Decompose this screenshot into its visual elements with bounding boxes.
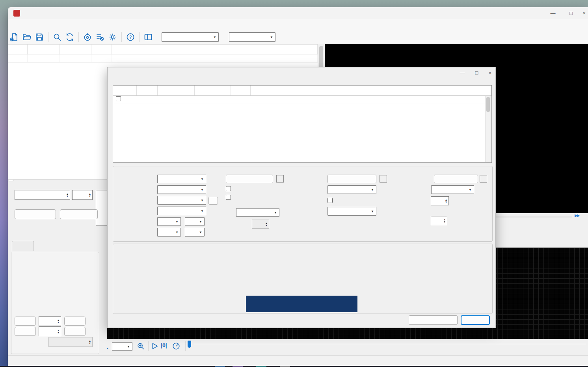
help-icon[interactable]: ? — [125, 32, 136, 43]
chevron-down-icon: ▼ — [175, 220, 179, 224]
waveform-zoom-select[interactable]: ▼ — [112, 342, 132, 351]
dialog-maximize-button[interactable]: □ — [475, 70, 478, 76]
layout-icon[interactable] — [142, 32, 154, 43]
format-select[interactable]: ▼ — [162, 32, 219, 42]
bluray-sup-dialog: — □ × ▼ ▼ — [107, 67, 496, 328]
opacity-input[interactable]: ▲▼ — [431, 196, 449, 205]
adjust-action-button[interactable] — [8, 180, 13, 181]
seek-back-large-button[interactable] — [15, 327, 36, 336]
status-bar — [8, 355, 588, 366]
zoom-in-icon[interactable] — [136, 342, 145, 352]
bold-checkbox[interactable] — [226, 186, 231, 191]
font-color-swatch[interactable] — [276, 175, 284, 183]
simple-render-checkbox[interactable] — [226, 195, 231, 200]
spinner-arrows-icon[interactable]: ▲▼ — [442, 218, 447, 223]
seek-back-small-button[interactable] — [15, 317, 36, 326]
seek-forward-small-button[interactable] — [64, 317, 86, 326]
playback-speed-icon[interactable] — [172, 342, 180, 352]
edge-style-select[interactable]: ▼ — [327, 185, 376, 194]
replace-icon[interactable] — [64, 32, 76, 43]
export-table-row[interactable] — [113, 96, 491, 104]
column-header-start[interactable] — [158, 86, 195, 95]
column-header-end[interactable] — [195, 86, 231, 95]
open-file-icon[interactable] — [21, 32, 33, 43]
maximize-button[interactable]: □ — [562, 7, 580, 19]
threed-select[interactable]: ▼ — [236, 208, 279, 217]
waveform-position-track[interactable] — [194, 344, 586, 345]
chevron-down-icon: ▼ — [199, 231, 202, 234]
resolution-select[interactable]: ▼ — [157, 196, 206, 205]
side-margin-select[interactable]: ▼ — [157, 228, 181, 237]
side-margin-unit-select[interactable]: ▼ — [185, 228, 205, 237]
next-line-button[interactable] — [60, 209, 98, 219]
line-height-input[interactable]: ▲▼ — [431, 216, 447, 225]
resolution-more-button[interactable] — [208, 197, 218, 205]
menu-bar — [8, 19, 588, 30]
video-position-input[interactable]: ▲▼ — [48, 337, 93, 347]
shadow-width-select[interactable]: ▼ — [431, 185, 474, 194]
table-scrollbar[interactable] — [485, 96, 491, 162]
alignment-select[interactable]: ▼ — [157, 207, 206, 215]
column-header-start[interactable] — [28, 45, 60, 54]
bottom-margin-unit-select[interactable]: ▼ — [185, 217, 205, 226]
settings-gear-icon[interactable] — [107, 32, 119, 43]
dialog-close-button[interactable]: × — [488, 70, 491, 76]
close-button[interactable]: × — [580, 7, 588, 19]
chevron-down-icon: ▼ — [127, 345, 130, 348]
column-header-number[interactable] — [8, 45, 28, 54]
waveform-toolbar: ▼ |0| — [98, 339, 588, 355]
spinner-arrows-icon[interactable]: ▲▼ — [56, 319, 61, 324]
start-time-input[interactable]: ▲▼ — [15, 190, 70, 200]
column-header-end[interactable] — [60, 45, 91, 54]
edge-color-swatch[interactable] — [380, 175, 387, 183]
seek-forward-large-button[interactable] — [64, 327, 86, 336]
play-from-zero-icon[interactable]: |0| — [161, 342, 167, 348]
mode-tabs — [12, 241, 35, 251]
spinner-arrows-icon[interactable]: ▲▼ — [56, 329, 61, 334]
column-header-forced[interactable] — [113, 86, 137, 95]
scrollbar-thumb[interactable] — [486, 97, 490, 112]
column-header-duration[interactable] — [91, 45, 112, 54]
chevron-down-icon: ▼ — [201, 188, 204, 192]
duration-input[interactable]: ▲▼ — [72, 190, 93, 200]
play-icon[interactable] — [151, 342, 159, 352]
fast-forward-icon[interactable]: ▶▶ — [575, 213, 579, 218]
new-file-icon[interactable] — [8, 32, 20, 43]
ok-button[interactable] — [461, 315, 490, 325]
previous-line-button[interactable] — [15, 209, 56, 219]
subtitle-list-header — [8, 45, 318, 54]
column-header-duration[interactable] — [231, 86, 251, 95]
column-header-text[interactable] — [251, 86, 491, 95]
edge-color-button[interactable] — [327, 175, 376, 183]
waveform-position-thumb[interactable] — [188, 341, 191, 348]
subtitle-row[interactable] — [8, 54, 318, 63]
export-all-button[interactable] — [409, 315, 458, 325]
encoding-select[interactable]: ▼ — [229, 32, 275, 42]
font-family-select[interactable]: ▼ — [157, 175, 206, 183]
spinner-arrows-icon[interactable]: ▲▼ — [65, 193, 70, 197]
mode-tab[interactable] — [12, 241, 34, 251]
shadow-color-button[interactable] — [434, 175, 478, 183]
spell-check-icon[interactable] — [94, 32, 106, 43]
framerate-select[interactable]: ▼ — [327, 207, 376, 216]
bottom-margin-select[interactable]: ▼ — [157, 217, 181, 226]
dialog-minimize-button[interactable]: — — [460, 70, 465, 76]
font-color-button[interactable] — [226, 175, 273, 183]
forced-checkbox[interactable] — [116, 96, 121, 101]
chevron-down-icon: ▼ — [274, 211, 277, 214]
full-image-checkbox[interactable] — [327, 198, 333, 203]
shadow-color-swatch[interactable] — [480, 175, 487, 183]
save-icon[interactable] — [33, 32, 45, 43]
spinner-arrows-icon[interactable]: ▲▼ — [444, 199, 448, 203]
seek-large-step-input[interactable]: ▲▼ — [39, 326, 61, 336]
chevron-down-icon: ▼ — [371, 188, 374, 192]
find-icon[interactable] — [51, 32, 63, 43]
column-header-text[interactable] — [112, 45, 318, 54]
visual-sync-icon[interactable] — [82, 32, 93, 43]
seek-small-step-input[interactable]: ▲▼ — [39, 316, 61, 326]
spinner-arrows-icon[interactable]: ▲▼ — [87, 193, 92, 197]
font-size-select[interactable]: ▼ — [157, 185, 206, 194]
column-header-number[interactable] — [137, 86, 158, 95]
minimize-button[interactable]: — — [544, 7, 562, 19]
app-logo-icon — [13, 10, 20, 17]
